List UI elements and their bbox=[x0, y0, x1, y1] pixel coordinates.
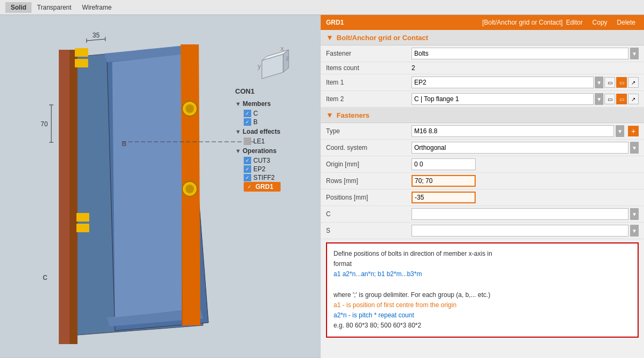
coord-select[interactable]: Orthogonal bbox=[412, 142, 629, 154]
help-line3: a1 a2*n...an*n; b1 b2*m...b3*m bbox=[333, 270, 422, 278]
col-s-row: S ▼ bbox=[321, 223, 644, 239]
item2-btn1[interactable]: ▭ bbox=[604, 94, 615, 104]
tree-item-c[interactable]: ✓ C bbox=[244, 109, 281, 118]
svg-rect-28 bbox=[76, 224, 89, 232]
con-title: CON1 bbox=[235, 87, 281, 95]
item1-dropdown-arrow[interactable]: ▼ bbox=[595, 77, 603, 88]
item1-btn2[interactable]: ▭ bbox=[616, 77, 627, 88]
positions-input[interactable] bbox=[412, 192, 476, 203]
check-stiff2: ✓ bbox=[244, 174, 251, 181]
bolt-section-toggle-icon: ▼ bbox=[326, 33, 333, 42]
rows-row: Rows [mm] bbox=[321, 173, 644, 189]
members-label: Members bbox=[243, 99, 271, 109]
tree-item-stiff2[interactable]: ✓ STIFF2 bbox=[244, 173, 281, 182]
col-c-row: C ▼ bbox=[321, 206, 644, 223]
tree-load-effects[interactable]: ▼ Load effects bbox=[235, 126, 281, 137]
item2-select[interactable]: C | Top flange 1 bbox=[412, 93, 594, 105]
type-select-wrapper: M16 8.8 ▼ + bbox=[412, 125, 639, 137]
load-effects-children: LE1 bbox=[235, 137, 281, 146]
item2-btn2[interactable]: ▭ bbox=[616, 94, 627, 104]
svg-point-13 bbox=[185, 185, 194, 193]
tree-operations[interactable]: ▼ Operations bbox=[235, 146, 281, 156]
fasteners-section-header[interactable]: ▼ Fasteners bbox=[321, 108, 644, 123]
bolt-section-title: Bolt/Anchor grid or Contact bbox=[337, 34, 428, 42]
col-c-dropdown-arrow[interactable]: ▼ bbox=[630, 208, 639, 220]
wireframe-view-button[interactable]: Wireframe bbox=[77, 2, 117, 13]
tree-item-grd1[interactable]: ✓ GRD1 bbox=[244, 182, 281, 192]
fastener-select-wrapper: Bolts ▼ bbox=[412, 48, 639, 59]
solid-view-button[interactable]: Solid bbox=[5, 2, 32, 13]
svg-rect-26 bbox=[75, 59, 88, 67]
item1-controls: EP2 ▼ ▭ ▭ ↗ bbox=[412, 77, 639, 88]
coord-dropdown-arrow[interactable]: ▼ bbox=[630, 142, 639, 154]
item1-value-cell: EP2 ▼ ▭ ▭ ↗ bbox=[406, 74, 644, 91]
tree-item-ep2[interactable]: ✓ EP2 bbox=[244, 165, 281, 173]
connection-tree: CON1 ▼ Members ✓ C ✓ B ▼ Load effects bbox=[235, 87, 281, 192]
svg-rect-3 bbox=[59, 50, 69, 344]
positions-row: Positions [mm] bbox=[321, 189, 644, 206]
svg-text:y: y bbox=[258, 63, 261, 70]
item1-btn1[interactable]: ▭ bbox=[604, 77, 615, 88]
orientation-cube[interactable]: y x z bbox=[251, 44, 294, 82]
col-s-select[interactable] bbox=[412, 225, 629, 237]
col-c-label: C bbox=[321, 206, 406, 223]
3d-viewport[interactable]: Production cost - 34 € bbox=[0, 15, 321, 358]
positions-label: Positions [mm] bbox=[321, 189, 406, 206]
help-popup: Define positions of bolts in direction o… bbox=[326, 242, 639, 338]
view-toolbar: Solid Transparent Wireframe bbox=[0, 0, 644, 15]
tree-item-cut3[interactable]: ✓ CUT3 bbox=[244, 156, 281, 165]
item2-controls: C | Top flange 1 ▼ ▭ ▭ ↗ bbox=[412, 93, 639, 105]
editor-button[interactable]: Editor bbox=[563, 18, 586, 27]
positions-value-cell bbox=[406, 189, 644, 206]
svg-rect-27 bbox=[76, 213, 89, 222]
tree-item-le1[interactable]: LE1 bbox=[244, 137, 281, 146]
fastener-dropdown-arrow[interactable]: ▼ bbox=[630, 48, 639, 59]
fasteners-section-toggle-icon: ▼ bbox=[326, 111, 333, 119]
help-line1: Define positions of bolts in direction o… bbox=[333, 250, 492, 257]
main-area: Production cost - 34 € bbox=[0, 15, 644, 358]
type-select[interactable]: M16 8.8 bbox=[412, 125, 614, 137]
copy-button[interactable]: Copy bbox=[589, 18, 610, 27]
operations-children: ✓ CUT3 ✓ EP2 ✓ STIFF2 ✓ GRD1 bbox=[235, 156, 281, 192]
help-line5: a1 - is position of first centre from th… bbox=[333, 301, 456, 309]
coord-row: Coord. system Orthogonal ▼ bbox=[321, 140, 644, 156]
item2-btn3[interactable]: ↗ bbox=[628, 94, 639, 104]
delete-button[interactable]: Delete bbox=[614, 18, 639, 27]
fastener-label: Fastener bbox=[321, 45, 406, 62]
transparent-view-button[interactable]: Transparent bbox=[32, 2, 76, 13]
fastener-value-cell: Bolts ▼ bbox=[406, 45, 644, 62]
item1-select[interactable]: EP2 bbox=[412, 77, 594, 88]
fastener-select[interactable]: Bolts bbox=[412, 48, 629, 59]
svg-text:35: 35 bbox=[92, 32, 100, 39]
type-add-button[interactable]: + bbox=[628, 126, 639, 136]
col-c-select[interactable] bbox=[412, 208, 629, 220]
item2-value-cell: C | Top flange 1 ▼ ▭ ▭ ↗ bbox=[406, 91, 644, 108]
check-grd1: ✓ bbox=[246, 183, 253, 191]
right-panel-content: ▼ Bolt/Anchor grid or Contact Fastener B… bbox=[321, 30, 644, 358]
origin-input[interactable] bbox=[412, 158, 476, 170]
help-line6: a2*n - is pitch * repeat count bbox=[333, 311, 414, 319]
origin-row: Origin [mm] bbox=[321, 156, 644, 173]
item1-btn3[interactable]: ↗ bbox=[628, 77, 639, 88]
col-s-dropdown-arrow[interactable]: ▼ bbox=[630, 225, 639, 237]
rows-label: Rows [mm] bbox=[321, 173, 406, 189]
col-s-wrapper: ▼ bbox=[412, 225, 639, 237]
check-le1 bbox=[244, 138, 251, 145]
item2-row: Item 2 C | Top flange 1 ▼ ▭ ▭ ↗ bbox=[321, 91, 644, 108]
type-dropdown-arrow[interactable]: ▼ bbox=[616, 125, 624, 137]
svg-text:z: z bbox=[286, 55, 289, 62]
rows-input[interactable] bbox=[412, 175, 476, 187]
coord-select-wrapper: Orthogonal ▼ bbox=[412, 142, 639, 154]
type-value-cell: M16 8.8 ▼ + bbox=[406, 123, 644, 140]
check-ep2: ✓ bbox=[244, 165, 251, 173]
panel-subtitle: [Bolt/Anchor grid or Contact] bbox=[482, 19, 563, 26]
origin-label: Origin [mm] bbox=[321, 156, 406, 173]
col-s-label: S bbox=[321, 223, 406, 239]
tree-item-b[interactable]: ✓ B bbox=[244, 118, 281, 126]
item2-dropdown-arrow[interactable]: ▼ bbox=[595, 93, 603, 105]
tree-members[interactable]: ▼ Members bbox=[235, 98, 281, 109]
item2-label: Item 2 bbox=[321, 91, 406, 108]
items-count-value: 2 bbox=[406, 62, 644, 74]
bolt-anchor-section-header[interactable]: ▼ Bolt/Anchor grid or Contact bbox=[321, 30, 644, 45]
help-line4: where ';' is group delimiter. For each g… bbox=[333, 291, 490, 299]
